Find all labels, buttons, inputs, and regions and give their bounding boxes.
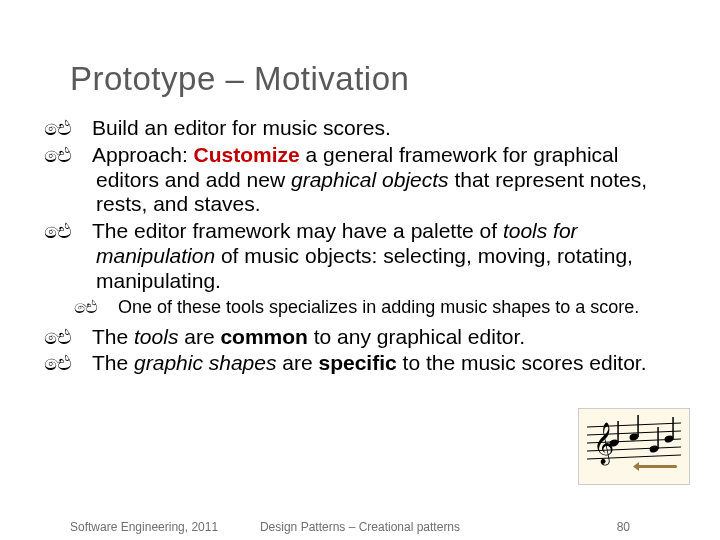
bullet-icon: ඓ [70,116,92,141]
bullet-3: ඓThe editor framework may have a palette… [70,219,660,293]
bullet-5-pre: The [92,351,134,374]
bullet-1-text: Build an editor for music scores. [92,116,391,139]
svg-rect-9 [637,415,639,437]
svg-rect-11 [657,427,659,449]
svg-rect-7 [617,421,619,443]
bullet-2-ital: graphical objects [291,168,449,191]
bullet-5-ital: graphic shapes [134,351,276,374]
slide-body: ඓBuild an editor for music scores. ඓAppr… [70,116,660,376]
bullet-2-emph: Customize [194,143,300,166]
bullet-3-pre: The editor framework may have a palette … [92,219,503,242]
bullet-1: ඓBuild an editor for music scores. [70,116,660,141]
bullet-icon: ඓ [70,219,92,244]
bullet-4-end: to any graphical editor. [308,325,525,348]
bullet-5-mid: are [276,351,318,374]
bullet-4: ඓThe tools are common to any graphical e… [70,325,660,350]
bullet-icon: ඓ [70,325,92,350]
svg-rect-13 [672,417,674,439]
bullet-icon: ඓ [98,297,118,318]
bullet-4-pre: The [92,325,134,348]
slide-title: Prototype – Motivation [70,60,660,98]
slide: Prototype – Motivation ඓBuild an editor … [0,0,720,540]
bullet-4-bold: common [220,325,308,348]
bullet-3a-text: One of these tools specializes in adding… [118,297,639,317]
music-score-illustration: 𝄞 [578,408,690,485]
svg-text:𝄞: 𝄞 [593,422,614,466]
bullet-2-pre: Approach: [92,143,194,166]
svg-rect-15 [635,465,677,468]
bullet-4-mid: are [178,325,220,348]
bullet-icon: ඓ [70,143,92,168]
footer-center: Design Patterns – Creational patterns [0,520,720,534]
bullet-3a: ඓOne of these tools specializes in addin… [98,297,660,318]
bullet-5-bold: specific [319,351,397,374]
footer-page: 80 [617,520,630,534]
bullet-icon: ඓ [70,351,92,376]
bullet-4-ital: tools [134,325,178,348]
bullet-2: ඓApproach: Customize a general framework… [70,143,660,217]
bullet-5: ඓThe graphic shapes are specific to the … [70,351,660,376]
bullet-5-end: to the music scores editor. [397,351,647,374]
